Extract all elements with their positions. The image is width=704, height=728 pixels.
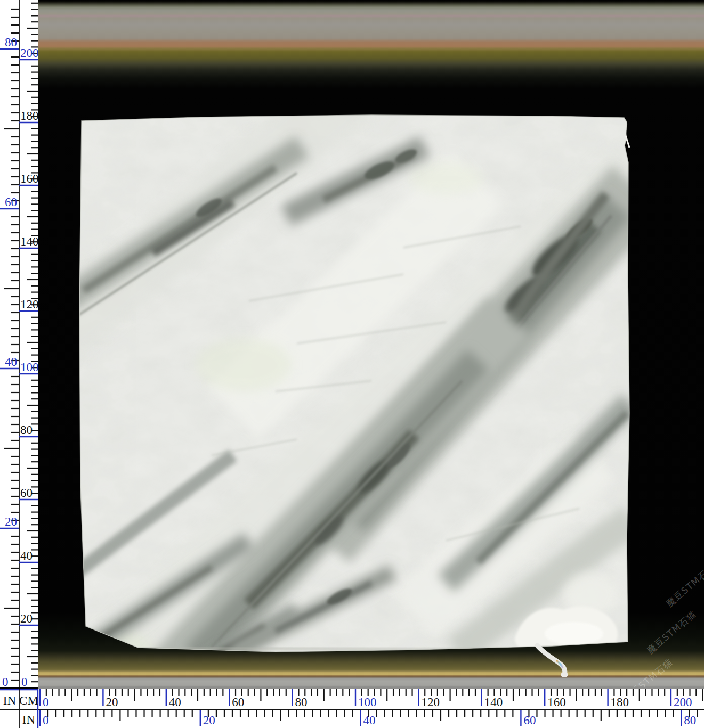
watermark: 魔豆STM石猫 xyxy=(644,608,699,657)
svg-text:120: 120 xyxy=(20,298,38,311)
svg-text:40: 40 xyxy=(169,696,181,709)
svg-text:0: 0 xyxy=(2,675,9,687)
ruler-bottom-cm-in: INCMIN0204060801001201401601802000204060… xyxy=(0,687,704,728)
svg-text:80: 80 xyxy=(20,423,33,437)
svg-text:160: 160 xyxy=(547,696,566,709)
svg-text:IN: IN xyxy=(22,713,36,726)
svg-text:160: 160 xyxy=(20,172,38,185)
watermark: 魔豆STM石猫 xyxy=(663,561,704,610)
svg-text:200: 200 xyxy=(674,696,692,709)
svg-text:180: 180 xyxy=(611,696,629,709)
marble-slab-image xyxy=(73,114,632,652)
svg-text:60: 60 xyxy=(232,696,244,709)
scan-area[interactable]: 魔豆STM石猫 魔豆STM石猫 魔豆STM石猫 xyxy=(38,0,704,687)
svg-text:100: 100 xyxy=(20,361,38,374)
svg-text:80: 80 xyxy=(295,696,308,709)
svg-text:180: 180 xyxy=(20,109,38,122)
watermark: 魔豆STM石猫 xyxy=(621,656,675,687)
svg-text:80: 80 xyxy=(5,36,17,49)
svg-text:CM: CM xyxy=(19,694,38,707)
svg-text:20: 20 xyxy=(106,696,118,709)
svg-text:60: 60 xyxy=(20,486,33,500)
svg-text:0: 0 xyxy=(21,675,28,687)
svg-text:120: 120 xyxy=(421,696,440,709)
svg-text:80: 80 xyxy=(684,714,696,727)
svg-text:40: 40 xyxy=(20,549,33,562)
svg-text:140: 140 xyxy=(20,235,38,248)
svg-text:20: 20 xyxy=(5,515,17,528)
svg-text:40: 40 xyxy=(363,714,376,727)
svg-text:0: 0 xyxy=(43,714,49,727)
slab-strap xyxy=(533,642,581,682)
svg-text:200: 200 xyxy=(20,46,38,60)
svg-text:100: 100 xyxy=(358,696,377,709)
svg-text:IN: IN xyxy=(3,694,17,707)
svg-text:60: 60 xyxy=(5,195,17,209)
svg-text:140: 140 xyxy=(484,696,503,709)
svg-text:40: 40 xyxy=(5,355,17,369)
svg-text:0: 0 xyxy=(43,696,49,709)
slab-edge-fiber xyxy=(626,136,629,148)
svg-text:20: 20 xyxy=(20,612,33,625)
slab-scanner-view: 魔豆STM石猫 魔豆STM石猫 魔豆STM石猫 2040608010012014… xyxy=(0,0,704,728)
svg-text:60: 60 xyxy=(523,714,536,727)
ruler-left-cm-in: 204060801001201401601802002040608000 xyxy=(0,0,38,687)
svg-text:20: 20 xyxy=(203,714,215,727)
